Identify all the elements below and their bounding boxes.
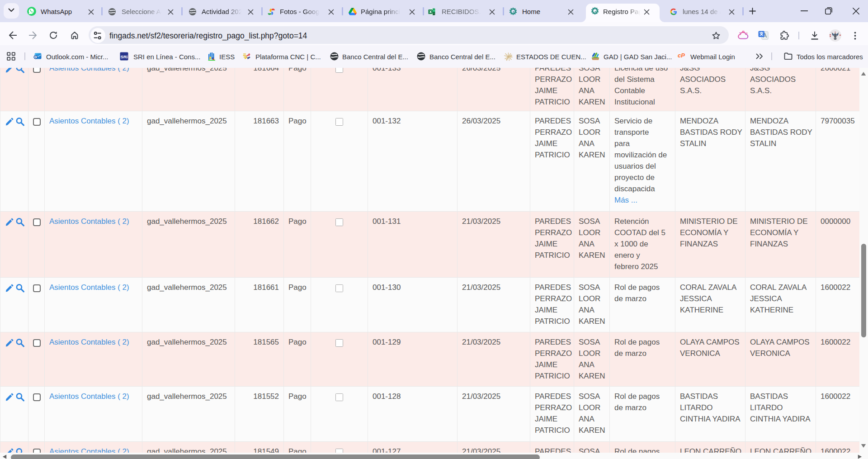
svg-text:cP: cP <box>678 52 685 58</box>
svg-text:SRi: SRi <box>121 54 128 59</box>
